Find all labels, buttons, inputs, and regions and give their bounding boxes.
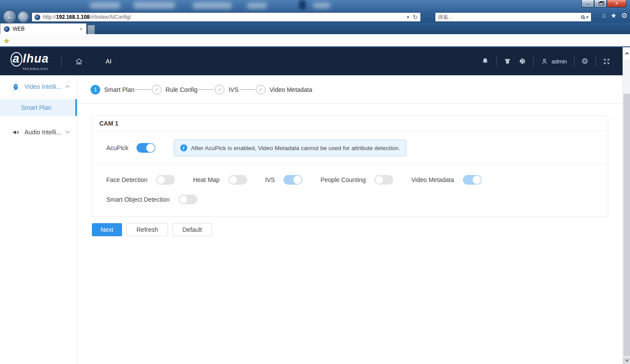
step-label: IVS bbox=[228, 86, 238, 93]
face-detection-toggle[interactable] bbox=[156, 175, 175, 185]
video-metadata-toggle[interactable] bbox=[463, 175, 482, 185]
user-icon bbox=[541, 58, 548, 65]
check-icon: ✓ bbox=[215, 85, 224, 94]
logo-text: lhua bbox=[23, 52, 49, 65]
forward-button[interactable]: → bbox=[18, 11, 29, 22]
browser-toolbar-icons: ⌂ ★ ⚙ bbox=[602, 11, 627, 20]
heat-map-toggle[interactable] bbox=[228, 175, 247, 185]
browser-settings-icon[interactable]: ⚙ bbox=[621, 11, 627, 20]
toggle-knob bbox=[179, 195, 188, 204]
toggle-label: IVS bbox=[265, 176, 275, 183]
browser-titlebar[interactable]: – × bbox=[0, 0, 630, 11]
tab-close-icon[interactable]: × bbox=[79, 26, 83, 32]
url-dropdown-icon[interactable]: ▾ bbox=[407, 14, 410, 20]
ivs-toggle[interactable] bbox=[284, 175, 302, 185]
chevron-up-icon bbox=[66, 85, 70, 89]
page-scrollbar[interactable] bbox=[623, 47, 630, 364]
home-icon[interactable]: ⌂ bbox=[602, 11, 606, 20]
step-connector bbox=[198, 89, 214, 90]
fullscreen-icon[interactable] bbox=[603, 58, 610, 65]
info-icon: i bbox=[180, 144, 187, 151]
step-smart-plan[interactable]: 1 Smart Plan bbox=[91, 85, 134, 94]
close-window-button[interactable]: × bbox=[607, 0, 626, 7]
browser-tab[interactable]: WEB × bbox=[0, 23, 87, 34]
default-button[interactable]: Default bbox=[172, 223, 212, 236]
browser-tab-row: WEB × bbox=[0, 23, 630, 34]
refresh-button[interactable]: Refresh bbox=[126, 223, 168, 236]
restore-icon bbox=[598, 2, 602, 5]
restore-button[interactable] bbox=[594, 0, 607, 7]
app-header: alhua TECHNOLOGY AI bbox=[0, 47, 623, 75]
sidebar-subitem-label: Smart Plan bbox=[21, 104, 51, 111]
smart-object-detection-toggle[interactable] bbox=[178, 195, 197, 204]
toggle-label: People Counting bbox=[320, 176, 366, 183]
username: admin bbox=[551, 58, 567, 65]
scrollbar-down-button[interactable] bbox=[623, 357, 630, 364]
search-box[interactable]: ▾ bbox=[435, 12, 592, 22]
window-controls: – × bbox=[581, 0, 626, 7]
blurred-title-text bbox=[90, 2, 120, 9]
people-counting-toggle[interactable] bbox=[374, 175, 393, 185]
toggle-item-video-metadata: Video Metadata bbox=[411, 175, 482, 185]
step-rule-config[interactable]: ✓ Rule Config bbox=[152, 85, 197, 94]
search-icon[interactable] bbox=[581, 15, 584, 19]
info-message: After AcuPick is enabled, Video Metadata… bbox=[191, 145, 400, 151]
step-label: Rule Config bbox=[165, 86, 197, 93]
header-right-tools: admin ⚙ bbox=[481, 56, 610, 66]
acupick-toggle[interactable] bbox=[136, 143, 155, 153]
blurred-title-text bbox=[313, 3, 330, 8]
cam1-panel: CAM 1 AcuPick i After AcuPick is enabled… bbox=[92, 116, 608, 217]
theme-skin-icon[interactable] bbox=[504, 57, 511, 65]
toggle-label: Smart Object Detection bbox=[106, 196, 170, 203]
check-icon: ✓ bbox=[256, 85, 266, 94]
step-label: Video Metadata bbox=[270, 86, 312, 93]
toggle-item-smart-object-detection: Smart Object Detection bbox=[106, 195, 197, 204]
minimize-button[interactable]: – bbox=[581, 0, 594, 7]
sidebar-item-audio-intelligence[interactable]: Audio Intelli... bbox=[0, 121, 77, 143]
step-ivs[interactable]: ✓ IVS bbox=[215, 85, 238, 94]
check-icon: ✓ bbox=[152, 85, 161, 94]
header-divider bbox=[496, 56, 497, 66]
header-divider bbox=[61, 56, 62, 66]
logo-tagline: TECHNOLOGY bbox=[10, 68, 49, 71]
scrollbar-thumb[interactable] bbox=[623, 94, 630, 356]
sidebar-item-video-intelligence[interactable]: Video Intelli... bbox=[0, 76, 77, 98]
search-dropdown-icon[interactable]: ▾ bbox=[586, 14, 588, 20]
acupick-info-banner: i After AcuPick is enabled, Video Metada… bbox=[174, 140, 407, 156]
video-intelligence-icon bbox=[12, 83, 20, 91]
settings-gear-icon[interactable]: ⚙ bbox=[581, 57, 588, 65]
sidebar-item-label: Video Intelli... bbox=[24, 83, 61, 90]
refresh-page-icon[interactable]: ↻ bbox=[413, 14, 418, 21]
back-button[interactable]: ← bbox=[3, 10, 17, 24]
sidebar-item-smart-plan[interactable]: Smart Plan bbox=[0, 99, 77, 116]
new-tab-stub[interactable] bbox=[88, 25, 95, 34]
add-favorite-icon[interactable]: ★ bbox=[4, 36, 10, 45]
blurred-title-text bbox=[192, 2, 232, 9]
scrollbar-up-button[interactable] bbox=[623, 47, 630, 60]
next-button[interactable]: Next bbox=[92, 223, 122, 236]
action-buttons: Next Refresh Default bbox=[92, 223, 623, 236]
alarm-bell-icon[interactable] bbox=[481, 57, 489, 65]
toggle-knob bbox=[157, 175, 165, 184]
main-content: 1 Smart Plan ✓ Rule Config ✓ IVS ✓ Video… bbox=[77, 75, 623, 364]
language-globe-icon[interactable] bbox=[518, 57, 526, 65]
tab-title: WEB bbox=[13, 26, 24, 32]
sidebar: Video Intelli... Smart Plan Audio Intell… bbox=[0, 75, 77, 364]
address-bar[interactable]: http://192.168.1.108/#/index/AIConfig/ ▾… bbox=[32, 12, 421, 22]
favorites-icon[interactable]: ★ bbox=[610, 11, 616, 20]
toggle-item-people-counting: People Counting bbox=[320, 175, 393, 185]
toggle-knob bbox=[229, 175, 238, 184]
toggle-item-ivs: IVS bbox=[265, 175, 303, 185]
panel-title: CAM 1 bbox=[92, 116, 608, 131]
smart-plan-toggles-section: Face Detection Heat Map IVS People Count… bbox=[92, 164, 608, 217]
nav-tab-ai[interactable]: AI bbox=[106, 58, 112, 65]
logo-a: a bbox=[10, 52, 22, 66]
app-home-button[interactable] bbox=[75, 57, 83, 66]
search-input[interactable] bbox=[438, 14, 581, 20]
favorites-bar: ★ bbox=[0, 34, 630, 47]
toggles-row: Face Detection Heat Map IVS People Count… bbox=[106, 175, 601, 185]
screen: – × ← → http://192.168.1.108/#/index/AIC… bbox=[0, 0, 630, 364]
toggle-item-heat-map: Heat Map bbox=[193, 175, 247, 185]
user-menu[interactable]: admin bbox=[541, 58, 567, 65]
step-video-metadata[interactable]: ✓ Video Metadata bbox=[256, 85, 312, 94]
